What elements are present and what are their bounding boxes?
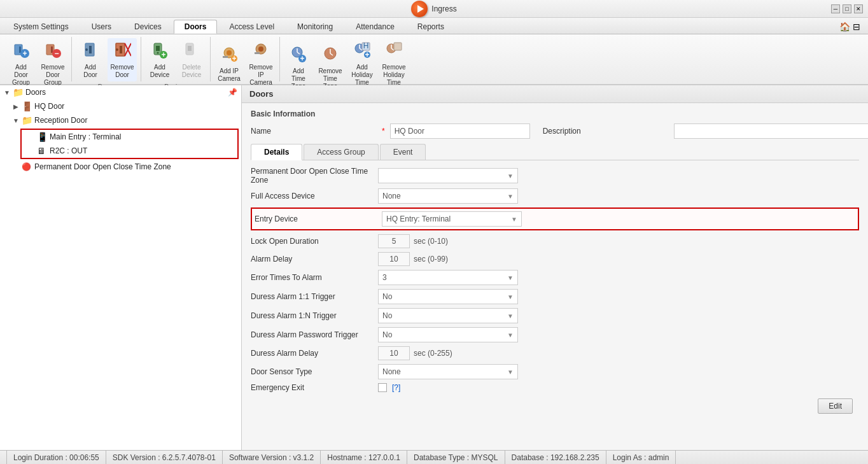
field-label-lock-open: Lock Open Duration [251, 237, 378, 246]
tree-expand-reception-door[interactable]: ▼ [11, 117, 20, 124]
dropdown-value-duress-pwd: No [382, 330, 392, 339]
tab-access-group[interactable]: Access Group [304, 144, 378, 160]
field-row-door-sensor: Door Sensor Type None ▼ [251, 364, 859, 379]
remove-ip-camera-button[interactable]: Remove IPCamera [246, 38, 276, 89]
dropdown-arrow-error-times: ▼ [507, 274, 514, 281]
field-dropdown-error-times[interactable]: 3 ▼ [378, 270, 518, 285]
dropdown-arrow-duress-1-n: ▼ [507, 313, 514, 320]
main-layout: 📌 ▼ 📁 Doors ▶ 🚪 HQ Door ▼ 📁 Reception Do… [0, 85, 868, 450]
edit-button[interactable]: Edit [818, 398, 853, 414]
tree-label-main-entry: Main Entry : Terminal [50, 132, 121, 141]
field-label-duress-delay: Duress Alarm Delay [251, 349, 378, 358]
svg-point-10 [85, 48, 88, 51]
field-label-entry-device: Entry Device [255, 214, 382, 223]
app-logo[interactable] [411, 1, 428, 17]
tree-icon-r2c: 🖥 [37, 146, 48, 156]
tree-item-doors-root[interactable]: ▼ 📁 Doors [0, 85, 241, 99]
name-input[interactable] [390, 123, 530, 139]
tree-item-permanent-door[interactable]: 🔴 Permanent Door Open Close Time Zone [0, 160, 241, 173]
detail-fields: Permanent Door Open Close Time Zone ▼ Fu… [251, 167, 859, 392]
dropdown-arrow-full-access: ▼ [507, 193, 514, 200]
field-label-door-sensor: Door Sensor Type [251, 367, 378, 376]
toolbar-btns-ip-camera: + Add IPCamera Remove IPCamera [214, 38, 276, 89]
tree-expand-doors[interactable]: ▼ [3, 89, 11, 96]
field-input-lock-open[interactable] [378, 234, 410, 248]
add-door-button[interactable]: AddDoor [76, 38, 105, 81]
dropdown-arrow-door-sensor: ▼ [507, 369, 514, 376]
field-dropdown-full-access[interactable]: None ▼ [378, 188, 518, 204]
content-area: Doors Basic Information Name * Descripti… [242, 85, 868, 450]
dropdown-value-error-times: 3 [382, 273, 387, 282]
remove-holiday-time-zone-icon [385, 41, 403, 62]
sidebar: 📌 ▼ 📁 Doors ▶ 🚪 HQ Door ▼ 📁 Reception Do… [0, 85, 242, 450]
tree-label-doors: Doors [25, 88, 46, 97]
tab-devices[interactable]: Devices [123, 20, 172, 34]
add-device-label: AddDevice [150, 64, 170, 79]
field-checkbox-emergency-exit[interactable] [378, 383, 387, 392]
field-row-full-access: Full Access Device None ▼ [251, 188, 859, 204]
tab-users[interactable]: Users [81, 20, 122, 34]
tab-doors[interactable]: Doors [174, 20, 218, 34]
tab-reports[interactable]: Reports [407, 20, 455, 34]
nav-settings-icon[interactable]: ⊟ [853, 22, 860, 32]
nav-home-icon[interactable]: 🏠 [839, 22, 850, 32]
description-input[interactable] [674, 123, 868, 139]
add-door-group-label: Add DoorGroup [8, 64, 34, 87]
tree-item-hq-door[interactable]: ▶ 🚪 HQ Door [0, 99, 241, 113]
svg-text:+: + [300, 54, 304, 62]
status-sdk-version: SDK Version : 6.2.5.7.4078-01 [106, 451, 223, 464]
tab-monitoring[interactable]: Monitoring [286, 20, 344, 34]
content-header: Doors [242, 85, 868, 103]
sidebar-pin-icon[interactable]: 📌 [228, 88, 237, 97]
svg-text:+: + [22, 49, 27, 58]
field-dropdown-entry-device[interactable]: HQ Entry: Terminal ▼ [382, 211, 522, 227]
add-ip-camera-icon: + [220, 45, 238, 66]
add-ip-camera-button[interactable]: + Add IPCamera [214, 42, 244, 85]
field-dropdown-duress-pwd[interactable]: No ▼ [378, 327, 518, 342]
tab-details[interactable]: Details [251, 144, 302, 160]
toolbar-group-devices: + AddDevice DeleteDevice Devices [141, 37, 211, 81]
field-dropdown-door-sensor[interactable]: None ▼ [378, 364, 518, 379]
svg-point-29 [258, 46, 263, 52]
close-button[interactable]: ✕ [854, 4, 863, 13]
field-dropdown-duress-1-1[interactable]: No ▼ [378, 289, 518, 304]
tree-item-r2c-out[interactable]: 🖥 R2C : OUT [22, 144, 237, 158]
svg-rect-17 [156, 46, 160, 51]
tree-item-main-entry-terminal[interactable]: 📱 Main Entry : Terminal [22, 130, 237, 144]
svg-text:+: + [365, 50, 369, 59]
maximize-button[interactable]: □ [843, 4, 851, 13]
add-door-group-button[interactable]: + Add DoorGroup [6, 38, 36, 89]
field-input-duress-delay[interactable] [378, 346, 410, 360]
add-device-button[interactable]: + AddDevice [145, 38, 174, 81]
tree-icon-hq-door: 🚪 [22, 101, 33, 111]
remove-ip-camera-label: Remove IPCamera [248, 64, 274, 87]
content-body: Basic Information Name * Description Det… [242, 103, 868, 420]
tree-expand-hq-door[interactable]: ▶ [11, 103, 20, 110]
tree-label-permanent: Permanent Door Open Close Time Zone [34, 162, 171, 171]
help-link-emergency-exit[interactable]: [?] [392, 383, 400, 392]
tab-attendance[interactable]: Attendance [345, 20, 405, 34]
dropdown-arrow-permanent-door: ▼ [507, 172, 514, 179]
svg-point-18 [157, 52, 159, 54]
svg-rect-49 [394, 43, 402, 50]
dropdown-arrow-entry-device: ▼ [511, 216, 517, 223]
remove-door-group-button[interactable]: − Remove DoorGroup [38, 38, 67, 89]
remove-door-button[interactable]: RemoveDoor [108, 38, 137, 81]
tab-access-level[interactable]: Access Level [218, 20, 285, 34]
field-row-entry-device: Entry Device HQ Entry: Terminal ▼ [251, 207, 859, 230]
minimize-button[interactable]: ─ [831, 4, 840, 13]
field-label-alarm-delay: Alarm Delay [251, 255, 378, 264]
delete-device-label: DeleteDevice [182, 64, 202, 79]
tab-event[interactable]: Event [380, 144, 426, 160]
tree-label-hq-door: HQ Door [34, 102, 64, 111]
field-dropdown-permanent-door[interactable]: ▼ [378, 168, 518, 183]
field-dropdown-duress-1-n[interactable]: No ▼ [378, 308, 518, 323]
tree-icon-permanent: 🔴 [22, 162, 33, 171]
delete-device-button[interactable]: DeleteDevice [177, 38, 206, 81]
field-label-permanent-door: Permanent Door Open Close Time Zone [251, 167, 378, 185]
tree-item-reception-door[interactable]: ▼ 📁 Reception Door [0, 113, 241, 127]
toolbar-group-time-zone: + Add TimeZone Remove TimeZone H+ Add Ho… [280, 37, 412, 81]
tab-system-settings[interactable]: System Settings [3, 20, 80, 34]
field-row-duress-1-n: Duress Alarm 1:N Trigger No ▼ [251, 308, 859, 323]
field-input-alarm-delay[interactable] [378, 252, 410, 266]
